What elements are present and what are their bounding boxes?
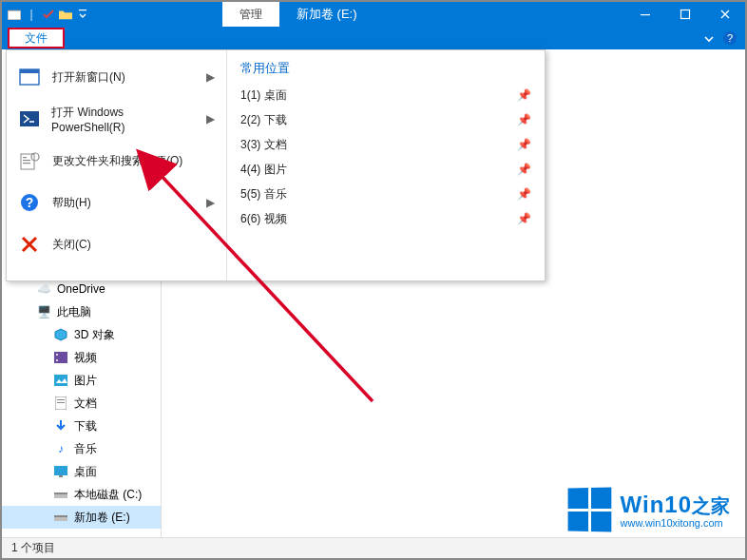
place-music[interactable]: 5(5) 音乐 📌 (233, 182, 539, 206)
watermark-brand: Win10 (621, 492, 692, 517)
app-icon (8, 8, 21, 21)
svg-rect-2 (641, 14, 650, 15)
help-icon[interactable]: ? (722, 30, 737, 48)
svg-rect-13 (23, 157, 27, 158)
qat-dropdown-icon[interactable] (76, 8, 89, 21)
close-icon (18, 233, 41, 256)
tree-volume-e[interactable]: 新加卷 (E:) (2, 506, 161, 529)
window-icon (18, 66, 41, 88)
frequent-places-header: 常用位置 (233, 58, 539, 83)
status-bar: 1 个项目 (2, 537, 745, 558)
svg-rect-9 (20, 69, 39, 73)
menu-label: 打开新窗口(N) (52, 69, 125, 86)
menu-label: 帮助(H) (52, 195, 91, 211)
tree-videos[interactable]: 视频 (2, 346, 161, 369)
tree-pictures[interactable]: 图片 (2, 369, 161, 392)
svg-rect-24 (57, 399, 65, 400)
svg-point-21 (56, 359, 58, 361)
place-pictures[interactable]: 4(4) 图片 📌 (233, 157, 539, 182)
status-item-count: 1 个项目 (11, 540, 55, 556)
cloud-icon: ☁️ (36, 281, 51, 297)
ribbon-row: 文件 ? (2, 27, 745, 49)
menu-label: 关闭(C) (52, 237, 91, 253)
tree-downloads[interactable]: 下载 (2, 415, 161, 437)
svg-rect-29 (54, 492, 67, 494)
folder-icon[interactable] (59, 8, 72, 21)
image-icon (53, 373, 68, 388)
chevron-right-icon: ▶ (206, 112, 215, 126)
menu-open-powershell[interactable]: 打开 Windows PowerShell(R) ▶ (7, 98, 226, 140)
svg-rect-12 (21, 154, 34, 169)
tree-3d-objects[interactable]: 3D 对象 (2, 323, 161, 346)
options-icon (18, 149, 41, 172)
tree-desktop[interactable]: 桌面 (2, 460, 161, 483)
music-icon: ♪ (53, 441, 68, 456)
file-menu-dropdown: 打开新窗口(N) ▶ 打开 Windows PowerShell(R) ▶ 更改… (6, 49, 546, 281)
menu-open-new-window[interactable]: 打开新窗口(N) ▶ (7, 56, 226, 98)
svg-rect-1 (79, 10, 86, 10)
minimize-button[interactable] (625, 2, 665, 27)
pc-icon: 🖥️ (36, 304, 51, 319)
watermark-url: www.win10xitong.com (621, 517, 730, 529)
menu-help[interactable]: ? 帮助(H) ▶ (7, 182, 226, 223)
pin-icon[interactable]: 📌 (517, 163, 531, 176)
place-downloads[interactable]: 2(2) 下载 📌 (233, 107, 539, 132)
tree-local-disk-c[interactable]: 本地磁盘 (C:) (2, 483, 161, 506)
svg-text:?: ? (727, 32, 733, 44)
checkmark-icon[interactable] (42, 8, 55, 21)
quick-access-toolbar: | (2, 8, 89, 21)
svg-rect-3 (681, 10, 690, 19)
menu-label: 打开 Windows PowerShell(R) (51, 105, 195, 134)
svg-rect-31 (54, 515, 67, 517)
menu-close[interactable]: 关闭(C) (7, 223, 226, 265)
pin-icon[interactable]: 📌 (517, 113, 531, 126)
windows-logo-icon (567, 488, 611, 532)
svg-text:?: ? (26, 195, 34, 210)
tree-music[interactable]: ♪ 音乐 (2, 437, 161, 460)
svg-rect-0 (8, 10, 21, 20)
pin-icon[interactable]: 📌 (517, 138, 531, 151)
svg-rect-25 (57, 402, 65, 403)
svg-rect-14 (23, 160, 30, 161)
ribbon-context-tab[interactable]: 管理 (222, 2, 279, 27)
disk-icon (53, 487, 68, 502)
place-desktop[interactable]: 1(1) 桌面 📌 (233, 83, 539, 107)
place-videos[interactable]: 6(6) 视频 📌 (233, 206, 539, 231)
close-button[interactable] (705, 2, 745, 27)
document-icon (53, 396, 68, 411)
disk-icon (53, 510, 68, 525)
maximize-button[interactable] (665, 2, 705, 27)
menu-label: 更改文件夹和搜索选项(O) (52, 153, 182, 169)
pin-icon[interactable]: 📌 (517, 88, 531, 102)
file-menu-right: 常用位置 1(1) 桌面 📌 2(2) 下载 📌 3(3) 文档 📌 4(4) … (227, 50, 545, 280)
file-menu-left: 打开新窗口(N) ▶ 打开 Windows PowerShell(R) ▶ 更改… (7, 50, 227, 280)
powershell-icon (18, 107, 40, 130)
video-icon (53, 350, 68, 365)
pin-icon[interactable]: 📌 (517, 212, 531, 225)
svg-rect-19 (54, 352, 67, 363)
file-tab-button[interactable]: 文件 (8, 28, 65, 48)
svg-rect-26 (54, 466, 67, 475)
pin-icon[interactable]: 📌 (517, 187, 531, 201)
chevron-right-icon: ▶ (206, 70, 215, 84)
divider-icon: | (25, 8, 38, 21)
svg-point-20 (56, 354, 58, 356)
watermark: Win10之家 www.win10xitong.com (567, 488, 730, 531)
svg-rect-27 (59, 475, 63, 477)
desktop-icon (53, 464, 68, 479)
place-documents[interactable]: 3(3) 文档 📌 (233, 132, 539, 157)
menu-folder-options[interactable]: 更改文件夹和搜索选项(O) (7, 140, 226, 182)
help-circle-icon: ? (18, 191, 41, 214)
svg-rect-15 (23, 163, 30, 164)
download-icon (53, 418, 68, 434)
titlebar: | 管理 新加卷 (E:) (2, 2, 745, 27)
ribbon-chevron-icon[interactable] (703, 32, 715, 47)
tree-this-pc[interactable]: 🖥️ 此电脑 (2, 300, 161, 323)
window-title: 新加卷 (E:) (297, 2, 357, 27)
cube-icon (53, 327, 68, 342)
tree-documents[interactable]: 文档 (2, 392, 161, 415)
chevron-right-icon: ▶ (206, 196, 215, 209)
